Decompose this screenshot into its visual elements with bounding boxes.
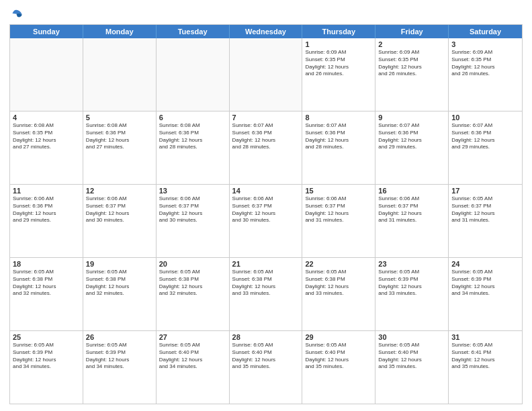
calendar-body: 1Sunrise: 6:09 AM Sunset: 6:35 PM Daylig… bbox=[10, 38, 522, 404]
calendar-cell: 23Sunrise: 6:05 AM Sunset: 6:39 PM Dayli… bbox=[375, 258, 449, 330]
cell-info: Sunrise: 6:05 AM Sunset: 6:38 PM Dayligh… bbox=[13, 269, 80, 298]
cell-info: Sunrise: 6:06 AM Sunset: 6:37 PM Dayligh… bbox=[86, 195, 153, 224]
calendar-cell: 22Sunrise: 6:05 AM Sunset: 6:38 PM Dayli… bbox=[302, 258, 375, 330]
calendar-cell: 2Sunrise: 6:09 AM Sunset: 6:35 PM Daylig… bbox=[375, 38, 449, 111]
cell-info: Sunrise: 6:05 AM Sunset: 6:38 PM Dayligh… bbox=[159, 269, 226, 298]
weekday-header: Sunday bbox=[10, 25, 83, 38]
logo-icon bbox=[11, 7, 24, 20]
calendar-cell: 19Sunrise: 6:05 AM Sunset: 6:38 PM Dayli… bbox=[83, 258, 157, 330]
calendar-cell: 15Sunrise: 6:06 AM Sunset: 6:37 PM Dayli… bbox=[302, 185, 375, 257]
cell-info: Sunrise: 6:07 AM Sunset: 6:36 PM Dayligh… bbox=[378, 122, 445, 151]
cell-info: Sunrise: 6:06 AM Sunset: 6:36 PM Dayligh… bbox=[13, 195, 80, 224]
day-number: 21 bbox=[232, 260, 300, 268]
calendar-cell: 29Sunrise: 6:05 AM Sunset: 6:40 PM Dayli… bbox=[302, 331, 375, 404]
calendar-cell: 28Sunrise: 6:05 AM Sunset: 6:40 PM Dayli… bbox=[230, 331, 303, 404]
cell-info: Sunrise: 6:06 AM Sunset: 6:37 PM Dayligh… bbox=[305, 195, 372, 224]
calendar-cell: 11Sunrise: 6:06 AM Sunset: 6:36 PM Dayli… bbox=[10, 185, 83, 257]
logo bbox=[9, 7, 24, 20]
calendar-cell: 20Sunrise: 6:05 AM Sunset: 6:38 PM Dayli… bbox=[157, 258, 230, 330]
cell-info: Sunrise: 6:05 AM Sunset: 6:40 PM Dayligh… bbox=[378, 342, 445, 371]
calendar-cell: 25Sunrise: 6:05 AM Sunset: 6:39 PM Dayli… bbox=[10, 331, 83, 404]
cell-info: Sunrise: 6:08 AM Sunset: 6:36 PM Dayligh… bbox=[86, 122, 153, 151]
day-number: 5 bbox=[86, 113, 153, 122]
day-number: 29 bbox=[305, 333, 372, 341]
calendar-cell bbox=[230, 38, 303, 111]
calendar-cell: 8Sunrise: 6:07 AM Sunset: 6:36 PM Daylig… bbox=[302, 111, 375, 184]
calendar-cell: 24Sunrise: 6:05 AM Sunset: 6:39 PM Dayli… bbox=[449, 258, 522, 330]
day-number: 8 bbox=[305, 113, 372, 122]
weekday-header: Friday bbox=[375, 25, 449, 38]
calendar-cell: 14Sunrise: 6:06 AM Sunset: 6:37 PM Dayli… bbox=[230, 185, 303, 257]
calendar-row: 4Sunrise: 6:08 AM Sunset: 6:35 PM Daylig… bbox=[10, 111, 522, 184]
day-number: 25 bbox=[13, 333, 80, 341]
calendar-cell bbox=[157, 38, 230, 111]
cell-info: Sunrise: 6:09 AM Sunset: 6:35 PM Dayligh… bbox=[451, 49, 519, 78]
day-number: 22 bbox=[305, 260, 372, 268]
calendar-cell: 17Sunrise: 6:05 AM Sunset: 6:37 PM Dayli… bbox=[449, 185, 522, 257]
day-number: 11 bbox=[13, 187, 80, 195]
weekday-header: Saturday bbox=[449, 25, 522, 38]
day-number: 18 bbox=[13, 260, 80, 268]
day-number: 7 bbox=[232, 113, 300, 122]
day-number: 28 bbox=[232, 333, 300, 341]
calendar-row: 11Sunrise: 6:06 AM Sunset: 6:36 PM Dayli… bbox=[10, 184, 522, 257]
cell-info: Sunrise: 6:05 AM Sunset: 6:38 PM Dayligh… bbox=[86, 269, 153, 298]
day-number: 17 bbox=[451, 187, 519, 195]
cell-info: Sunrise: 6:09 AM Sunset: 6:35 PM Dayligh… bbox=[305, 49, 372, 78]
weekday-header: Monday bbox=[83, 25, 157, 38]
calendar-cell: 26Sunrise: 6:05 AM Sunset: 6:39 PM Dayli… bbox=[83, 331, 157, 404]
cell-info: Sunrise: 6:05 AM Sunset: 6:39 PM Dayligh… bbox=[86, 342, 153, 371]
cell-info: Sunrise: 6:05 AM Sunset: 6:41 PM Dayligh… bbox=[451, 342, 519, 371]
calendar-header: SundayMondayTuesdayWednesdayThursdayFrid… bbox=[10, 25, 522, 38]
calendar-cell: 30Sunrise: 6:05 AM Sunset: 6:40 PM Dayli… bbox=[375, 331, 449, 404]
calendar-cell: 5Sunrise: 6:08 AM Sunset: 6:36 PM Daylig… bbox=[83, 111, 157, 184]
cell-info: Sunrise: 6:05 AM Sunset: 6:39 PM Dayligh… bbox=[13, 342, 80, 371]
day-number: 12 bbox=[86, 187, 153, 195]
cell-info: Sunrise: 6:05 AM Sunset: 6:40 PM Dayligh… bbox=[305, 342, 372, 371]
weekday-header: Tuesday bbox=[157, 25, 230, 38]
day-number: 13 bbox=[159, 187, 226, 195]
day-number: 24 bbox=[451, 260, 519, 268]
cell-info: Sunrise: 6:05 AM Sunset: 6:37 PM Dayligh… bbox=[451, 195, 519, 224]
calendar-cell: 9Sunrise: 6:07 AM Sunset: 6:36 PM Daylig… bbox=[375, 111, 449, 184]
day-number: 23 bbox=[378, 260, 445, 268]
day-number: 19 bbox=[86, 260, 153, 268]
calendar: SundayMondayTuesdayWednesdayThursdayFrid… bbox=[9, 24, 523, 404]
calendar-cell: 3Sunrise: 6:09 AM Sunset: 6:35 PM Daylig… bbox=[449, 38, 522, 111]
calendar-cell bbox=[10, 38, 83, 111]
cell-info: Sunrise: 6:05 AM Sunset: 6:38 PM Dayligh… bbox=[232, 269, 300, 298]
calendar-cell: 21Sunrise: 6:05 AM Sunset: 6:38 PM Dayli… bbox=[230, 258, 303, 330]
weekday-header: Thursday bbox=[302, 25, 375, 38]
day-number: 2 bbox=[378, 40, 445, 48]
cell-info: Sunrise: 6:05 AM Sunset: 6:40 PM Dayligh… bbox=[159, 342, 226, 371]
day-number: 16 bbox=[378, 187, 445, 195]
day-number: 9 bbox=[378, 113, 445, 122]
calendar-cell: 27Sunrise: 6:05 AM Sunset: 6:40 PM Dayli… bbox=[157, 331, 230, 404]
day-number: 20 bbox=[159, 260, 226, 268]
calendar-cell bbox=[83, 38, 157, 111]
calendar-cell: 1Sunrise: 6:09 AM Sunset: 6:35 PM Daylig… bbox=[302, 38, 375, 111]
day-number: 14 bbox=[232, 187, 300, 195]
day-number: 6 bbox=[159, 113, 226, 122]
calendar-row: 18Sunrise: 6:05 AM Sunset: 6:38 PM Dayli… bbox=[10, 257, 522, 330]
day-number: 3 bbox=[451, 40, 519, 48]
calendar-cell: 18Sunrise: 6:05 AM Sunset: 6:38 PM Dayli… bbox=[10, 258, 83, 330]
page: SundayMondayTuesdayWednesdayThursdayFrid… bbox=[0, 0, 532, 411]
calendar-row: 25Sunrise: 6:05 AM Sunset: 6:39 PM Dayli… bbox=[10, 330, 522, 404]
weekday-header: Wednesday bbox=[230, 25, 303, 38]
calendar-cell: 31Sunrise: 6:05 AM Sunset: 6:41 PM Dayli… bbox=[449, 331, 522, 404]
cell-info: Sunrise: 6:07 AM Sunset: 6:36 PM Dayligh… bbox=[232, 122, 300, 151]
cell-info: Sunrise: 6:05 AM Sunset: 6:39 PM Dayligh… bbox=[451, 269, 519, 298]
day-number: 10 bbox=[451, 113, 519, 122]
cell-info: Sunrise: 6:07 AM Sunset: 6:36 PM Dayligh… bbox=[451, 122, 519, 151]
cell-info: Sunrise: 6:06 AM Sunset: 6:37 PM Dayligh… bbox=[159, 195, 226, 224]
cell-info: Sunrise: 6:07 AM Sunset: 6:36 PM Dayligh… bbox=[305, 122, 372, 151]
calendar-cell: 12Sunrise: 6:06 AM Sunset: 6:37 PM Dayli… bbox=[83, 185, 157, 257]
calendar-row: 1Sunrise: 6:09 AM Sunset: 6:35 PM Daylig… bbox=[10, 38, 522, 111]
day-number: 26 bbox=[86, 333, 153, 341]
day-number: 1 bbox=[305, 40, 372, 48]
cell-info: Sunrise: 6:05 AM Sunset: 6:40 PM Dayligh… bbox=[232, 342, 300, 371]
cell-info: Sunrise: 6:08 AM Sunset: 6:35 PM Dayligh… bbox=[13, 122, 80, 151]
calendar-cell: 7Sunrise: 6:07 AM Sunset: 6:36 PM Daylig… bbox=[230, 111, 303, 184]
cell-info: Sunrise: 6:08 AM Sunset: 6:36 PM Dayligh… bbox=[159, 122, 226, 151]
